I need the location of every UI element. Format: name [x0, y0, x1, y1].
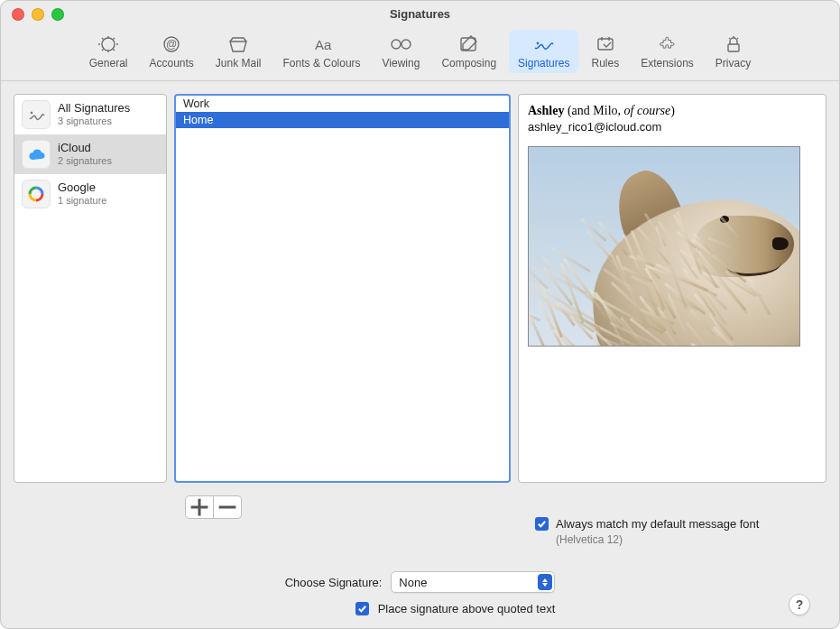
match-font-hint: (Helvetica 12) — [556, 533, 759, 546]
tab-privacy[interactable]: Privacy — [706, 30, 760, 73]
check-icon — [357, 604, 367, 614]
remove-signature-button[interactable] — [214, 495, 242, 519]
composing-icon — [457, 33, 482, 55]
tab-rules[interactable]: Rules — [582, 30, 628, 73]
match-font-option: Always match my default message font (He… — [535, 517, 826, 546]
tab-label: Composing — [441, 57, 496, 69]
preferences-window: Signatures General@AccountsJunk MailAaFo… — [0, 0, 840, 629]
svg-point-5 — [402, 40, 411, 49]
account-all[interactable]: All Signatures3 signatures — [14, 95, 166, 134]
tab-label: Privacy — [715, 57, 751, 69]
signatures-icon — [531, 33, 557, 55]
match-font-label: Always match my default message font — [556, 517, 759, 532]
place-above-checkbox[interactable] — [355, 602, 369, 615]
rules-icon — [593, 33, 618, 55]
add-signature-button[interactable] — [185, 495, 214, 519]
list-edit-buttons — [185, 495, 826, 519]
check-icon — [537, 519, 547, 529]
tab-signatures[interactable]: Signatures — [509, 30, 578, 73]
match-font-checkbox[interactable] — [535, 517, 549, 531]
zoom-window-button[interactable] — [51, 8, 64, 21]
tab-junk[interactable]: Junk Mail — [207, 30, 271, 73]
viewing-icon — [388, 33, 413, 55]
extensions-icon — [655, 33, 680, 55]
fonts-icon: Aa — [309, 33, 335, 55]
content-area: All Signatures3 signaturesiCloud2 signat… — [1, 81, 839, 483]
popup-arrows-icon — [538, 574, 552, 590]
plus-icon — [186, 494, 213, 521]
account-name: All Signatures — [58, 102, 130, 116]
tab-viewing[interactable]: Viewing — [374, 30, 429, 73]
below-content: Always match my default message font (He… — [1, 483, 839, 628]
minus-icon — [214, 494, 241, 521]
svg-point-0 — [102, 38, 115, 51]
minimize-window-button[interactable] — [32, 8, 44, 21]
junk-icon — [226, 33, 251, 55]
signature-email: ashley_rico1@icloud.com — [528, 120, 817, 134]
account-name: Google — [58, 181, 106, 195]
signature-image[interactable] — [528, 146, 800, 347]
account-name: iCloud — [58, 142, 112, 155]
choose-signature-value: None — [399, 576, 427, 589]
place-above-row: Place signature above quoted text — [355, 602, 556, 615]
choose-signature-row: Choose Signature: None — [285, 571, 556, 593]
svg-rect-8 — [728, 44, 739, 51]
signature-icon — [22, 100, 51, 129]
prefs-toolbar: General@AccountsJunk MailAaFonts & Colou… — [1, 26, 839, 81]
tab-label: Junk Mail — [216, 57, 262, 69]
account-subtitle: 1 signature — [58, 195, 106, 207]
svg-text:@: @ — [166, 38, 177, 51]
tab-label: Fonts & Colours — [283, 57, 361, 69]
help-button[interactable]: ? — [789, 594, 810, 615]
tab-label: Accounts — [149, 57, 193, 69]
choose-signature-label: Choose Signature: — [285, 576, 383, 589]
privacy-icon — [721, 33, 746, 55]
general-icon — [96, 33, 121, 55]
account-google[interactable]: Google1 signature — [14, 174, 166, 214]
google-icon — [22, 180, 51, 208]
svg-point-4 — [392, 40, 401, 49]
tab-general[interactable]: General — [80, 30, 137, 73]
tab-label: Viewing — [383, 57, 420, 69]
account-subtitle: 2 signatures — [58, 155, 112, 167]
tab-label: General — [89, 57, 128, 69]
icloud-icon — [22, 140, 51, 169]
close-window-button[interactable] — [12, 8, 24, 21]
accounts-icon: @ — [159, 33, 184, 55]
tab-accounts[interactable]: @Accounts — [140, 30, 202, 73]
place-above-label: Place signature above quoted text — [378, 602, 556, 615]
svg-rect-7 — [598, 39, 613, 50]
signature-list[interactable]: WorkHome — [174, 94, 511, 483]
signature-preview[interactable]: Ashley (and Milo, of course) ashley_rico… — [518, 94, 826, 483]
footer: Choose Signature: None Place signature a… — [14, 571, 826, 628]
titlebar: Signatures — [1, 1, 839, 26]
tab-label: Extensions — [641, 57, 694, 69]
window-title: Signatures — [390, 7, 450, 21]
tab-fonts[interactable]: AaFonts & Colours — [274, 30, 370, 73]
account-subtitle: 3 signatures — [58, 116, 130, 127]
svg-text:Aa: Aa — [315, 37, 332, 52]
accounts-sidebar: All Signatures3 signaturesiCloud2 signat… — [14, 94, 167, 483]
choose-signature-popup[interactable]: None — [391, 571, 555, 593]
signature-name-line: Ashley (and Milo, of course) — [528, 104, 817, 118]
tab-composing[interactable]: Composing — [432, 30, 505, 73]
signature-row[interactable]: Home — [176, 112, 509, 128]
account-icloud[interactable]: iCloud2 signatures — [14, 134, 166, 174]
tab-label: Signatures — [518, 57, 569, 69]
window-controls — [12, 8, 64, 21]
tab-label: Rules — [591, 57, 619, 69]
tab-extensions[interactable]: Extensions — [632, 30, 703, 73]
signature-row[interactable]: Work — [176, 96, 509, 112]
